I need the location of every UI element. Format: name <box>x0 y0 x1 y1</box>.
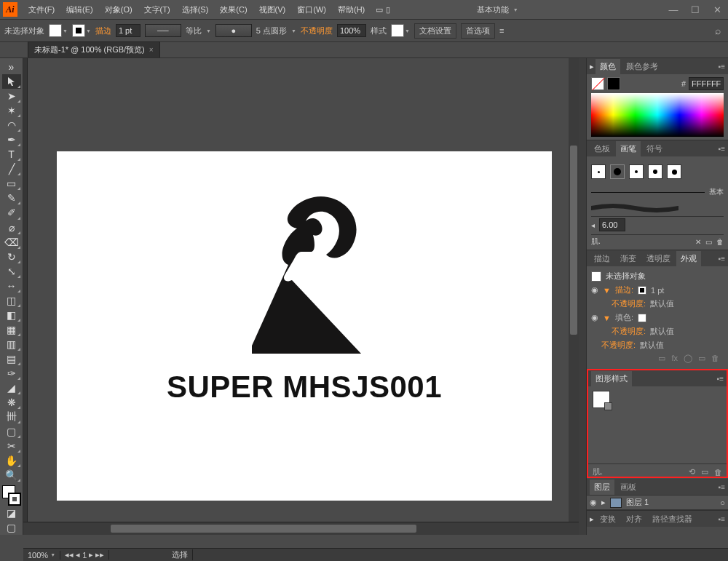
menu-select[interactable]: 选择(S) <box>177 2 214 17</box>
layout-icon[interactable]: ▭ <box>376 5 383 15</box>
document-tab[interactable]: 未标题-1* @ 100% (RGB/预览) × <box>28 41 160 57</box>
rectangle-tool[interactable]: ▭ <box>2 176 21 191</box>
appearance-opacity-link-3[interactable]: 不透明度: <box>591 340 636 351</box>
panel-menu-icon[interactable]: ▪≡ <box>719 63 728 71</box>
menu-type[interactable]: 文字(T) <box>139 2 175 17</box>
menu-file[interactable]: 文件(F) <box>23 2 60 17</box>
rotate-tool[interactable]: ↻ <box>2 250 21 264</box>
tab-transform[interactable]: 变换 <box>596 512 620 527</box>
width-tool[interactable]: ↔ <box>2 279 21 293</box>
preferences-button[interactable]: 首选项 <box>461 23 495 39</box>
layer-name[interactable]: 图层 1 <box>626 497 649 508</box>
tab-color-guide[interactable]: 颜色参考 <box>622 59 662 74</box>
selection-tool[interactable] <box>2 74 21 89</box>
vertical-scrollbar[interactable] <box>569 58 579 522</box>
tab-layers[interactable]: 图层 <box>590 480 614 495</box>
artwork-shape[interactable] <box>252 195 361 355</box>
hex-input[interactable]: FFFFFF <box>689 77 724 90</box>
tab-swatches[interactable]: 色板 <box>590 141 614 156</box>
brush-library-label[interactable]: 肌. <box>591 236 601 247</box>
stroke-profile-dropdown[interactable]: ── <box>145 24 181 37</box>
fill-color-swatch[interactable] <box>638 314 646 322</box>
search-icon[interactable]: ⌕ <box>715 25 724 36</box>
black-swatch-icon[interactable] <box>607 77 620 90</box>
free-transform-tool[interactable]: ◫ <box>2 293 21 308</box>
panel-collapse-icon[interactable]: ▸ <box>590 62 594 71</box>
style-swatch[interactable]: ▼ <box>391 24 410 37</box>
direct-selection-tool[interactable]: ➤ <box>2 89 21 103</box>
menu-edit[interactable]: 编辑(E) <box>61 2 98 17</box>
visibility-toggle-icon[interactable]: ◉ <box>591 313 598 322</box>
tab-graphic-styles[interactable]: 图形样式 <box>591 371 632 386</box>
menu-help[interactable]: 帮助(H) <box>333 2 370 17</box>
align-icon[interactable]: ≡ <box>499 26 504 35</box>
column-graph-tool[interactable]: 卌 <box>2 410 21 424</box>
fill-swatch[interactable]: ▼ <box>49 24 68 37</box>
shape-builder-tool[interactable]: ◧ <box>2 308 21 322</box>
appearance-foot-icon[interactable]: 🗑 <box>711 354 719 363</box>
tab-transparency[interactable]: 透明度 <box>642 251 675 266</box>
panel-collapse-strip[interactable] <box>579 58 586 535</box>
tab-symbols[interactable]: 符号 <box>642 141 667 156</box>
menu-effect[interactable]: 效果(C) <box>215 2 252 17</box>
menu-view[interactable]: 视图(V) <box>254 2 291 17</box>
horizontal-scrollbar[interactable] <box>23 522 579 535</box>
color-spectrum[interactable] <box>591 93 724 137</box>
canvas[interactable]: SUPER MHSJS001 <box>23 58 579 535</box>
tab-artboards[interactable]: 画板 <box>616 480 641 495</box>
appearance-stroke-link[interactable]: 描边: <box>615 285 633 295</box>
appearance-opacity-link[interactable]: 不透明度: <box>612 298 646 309</box>
zoom-tool[interactable]: 🔍 <box>2 468 21 482</box>
appearance-opacity-link-2[interactable]: 不透明度: <box>612 326 646 337</box>
brush-preset-3[interactable] <box>629 164 644 179</box>
line-tool[interactable]: ╱ <box>2 162 21 176</box>
blend-tool[interactable]: ◢ <box>2 381 21 395</box>
minimize-button[interactable]: — <box>662 0 684 19</box>
menu-window[interactable]: 窗口(W) <box>292 2 331 17</box>
tab-appearance[interactable]: 外观 <box>676 251 701 266</box>
brush-preview-shape[interactable] <box>591 204 678 212</box>
screen-mode-icon[interactable]: ▢ <box>2 520 21 535</box>
paintbrush-tool[interactable]: ✎ <box>2 191 21 205</box>
delete-style-icon[interactable]: 🗑 <box>714 468 722 477</box>
mesh-tool[interactable]: ▥ <box>2 337 21 351</box>
panel-menu-icon[interactable]: ▪≡ <box>717 375 727 383</box>
eyedropper-tool[interactable]: ✑ <box>2 366 21 381</box>
scale-tool[interactable]: ⤡ <box>2 264 21 279</box>
artwork-text[interactable]: SUPER MHSJS001 <box>57 370 552 405</box>
panel-menu-icon[interactable]: ▪≡ <box>719 483 728 491</box>
visibility-toggle-icon[interactable]: ◉ <box>591 285 598 295</box>
pencil-tool[interactable]: ✐ <box>2 205 21 220</box>
panel-menu-icon[interactable]: ▪≡ <box>719 515 728 523</box>
opacity-input[interactable]: 100% <box>337 24 366 37</box>
layer-row[interactable]: ◉ ▸ 图层 1 ○ <box>587 495 728 510</box>
tab-stroke[interactable]: 描边 <box>590 251 614 266</box>
tab-color[interactable]: 颜色 <box>596 59 620 74</box>
fill-stroke-swatch[interactable] <box>2 485 21 505</box>
brush-preset-1[interactable] <box>591 164 606 179</box>
break-link-icon[interactable]: ⟲ <box>689 467 695 477</box>
brush-size-input[interactable]: 6.00 <box>599 218 625 231</box>
color-mode-icons[interactable]: ◪ <box>2 506 21 520</box>
type-tool[interactable]: T <box>2 147 21 162</box>
tab-pathfinder[interactable]: 路径查找器 <box>648 512 697 527</box>
eraser-tool[interactable]: ⌫ <box>2 235 21 250</box>
stroke-swatch[interactable]: ▼ <box>72 24 91 37</box>
tab-align[interactable]: 对齐 <box>622 512 646 527</box>
doc-setup-button[interactable]: 文档设置 <box>414 23 456 39</box>
close-button[interactable]: ✕ <box>706 0 728 19</box>
panel-menu-icon[interactable]: ▪≡ <box>719 145 728 153</box>
layer-visibility-icon[interactable]: ◉ <box>590 498 597 507</box>
graphic-style-thumb[interactable] <box>593 391 610 408</box>
styles-library-label[interactable]: 肌. <box>593 466 603 477</box>
appearance-foot-icon[interactable]: ▭ <box>698 354 705 363</box>
brush-preset-2[interactable] <box>610 164 625 179</box>
symbol-sprayer-tool[interactable]: ❋ <box>2 395 21 410</box>
new-style-icon[interactable]: ▭ <box>701 467 708 477</box>
panel-menu-icon[interactable]: ▪≡ <box>719 255 728 263</box>
magic-wand-tool[interactable]: ✶ <box>2 103 21 118</box>
brush-preset-5[interactable] <box>667 164 681 179</box>
artboard[interactable]: SUPER MHSJS001 <box>57 151 552 501</box>
maximize-button[interactable]: ☐ <box>684 0 706 19</box>
new-brush-icon[interactable]: ▭ <box>705 238 712 246</box>
